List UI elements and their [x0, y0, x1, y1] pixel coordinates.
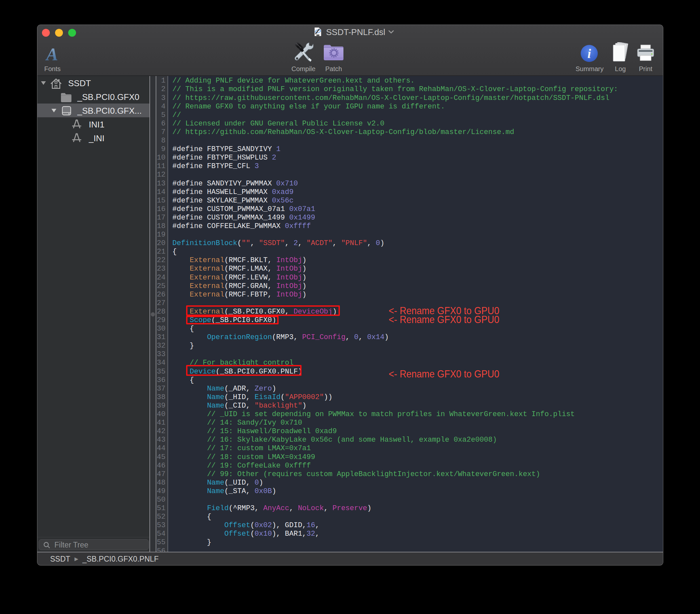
- svg-text:i: i: [587, 46, 591, 61]
- svg-text:A: A: [45, 46, 58, 62]
